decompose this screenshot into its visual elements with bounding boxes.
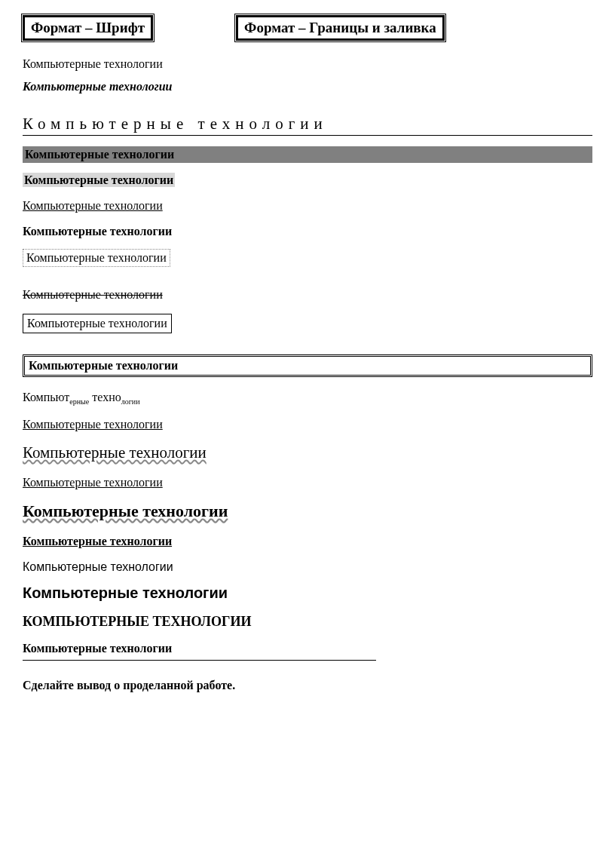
sample-last: Компьютерные технологии xyxy=(23,642,592,655)
sample-wavy-large: Компьютерные технологии xyxy=(23,443,592,462)
sample-box1-wrap: Компьютерные технологии xyxy=(23,314,592,344)
sample-caps: КОМПЬЮТЕРНЫЕ ТЕХНОЛОГИИ xyxy=(23,614,592,630)
sample-bold: Компьютерные технологии xyxy=(23,225,592,238)
divider-line xyxy=(23,660,376,661)
sample-underline-3: Компьютерные технологии xyxy=(23,476,592,489)
sample-sans: Компьютерные технологии xyxy=(23,560,592,574)
sample-gray-full: Компьютерные технологии xyxy=(23,146,592,163)
sample-box-double: Компьютерные технологии xyxy=(23,354,592,377)
header-box-font: Формат – Шрифт xyxy=(23,15,153,41)
header-box-borders: Формат – Границы и заливка xyxy=(236,15,445,41)
sample-strike: Компьютерные технологии xyxy=(23,288,592,302)
sample-subscript: Компьютерные технологии xyxy=(23,391,592,406)
sample-sans-bold: Компьютерные технологии xyxy=(23,584,592,602)
sample-wavy-bold: Компьютерные технологии xyxy=(23,501,592,521)
sample-dotted-wrap: Компьютерные технологии xyxy=(23,249,592,278)
sample-underline-2: Компьютерные технологии xyxy=(23,418,592,431)
sample-dotted: Компьютерные технологии xyxy=(23,249,170,267)
footer-text: Сделайте вывод о проделанной работе. xyxy=(23,679,592,692)
sample-box1: Компьютерные технологии xyxy=(23,314,172,333)
sample-underline: Компьютерные технологии xyxy=(23,199,592,213)
sample-gray-partial: Компьютерные технологии xyxy=(23,173,592,187)
sample-spaced: Компьютерные технологии xyxy=(23,115,592,136)
sample-underline-bold: Компьютерные технологии xyxy=(23,535,592,548)
sample-plain: Компьютерные технологии xyxy=(23,57,592,71)
header-row: Формат – Шрифт Формат – Границы и заливк… xyxy=(23,15,592,41)
sample-italic: Компьютерные технологии xyxy=(23,80,592,94)
